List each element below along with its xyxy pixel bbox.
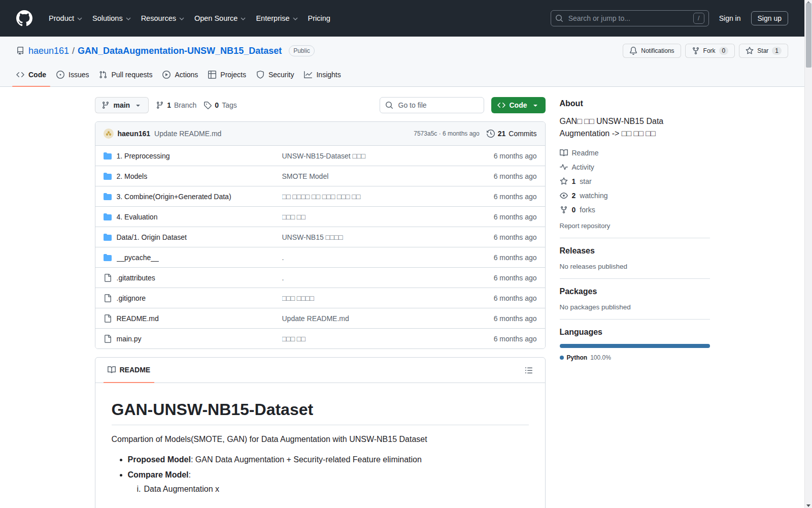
language-python-link[interactable]: Python 100.0% — [560, 354, 710, 361]
scrollbar-thumb[interactable] — [806, 3, 811, 68]
table-row: Data/1. Origin Dataset UNSW-NB15 □□□□ 6 … — [95, 227, 545, 247]
tab-label: Pull requests — [111, 71, 152, 79]
commit-message-link[interactable]: . — [282, 253, 471, 262]
folder-icon — [104, 253, 112, 262]
file-link[interactable]: 2. Models — [117, 172, 148, 180]
menu-item-enterprise[interactable]: Enterprise — [251, 10, 302, 26]
menu-label: Open Source — [194, 14, 238, 22]
tab-issues[interactable]: Issues — [52, 63, 93, 86]
star-button[interactable]: Star 1 — [739, 44, 788, 58]
breadcrumb: haeun161 / GAN_DataAugmentation-UNSW_NB1… — [28, 46, 282, 56]
tab-label: Projects — [220, 71, 246, 79]
file-date: 6 months ago — [471, 172, 537, 180]
menu-item-resources[interactable]: Resources — [136, 10, 189, 26]
branch-count: 1 — [167, 101, 171, 109]
file-link[interactable]: main.py — [117, 335, 142, 343]
repo-name-link[interactable]: GAN_DataAugmentation-UNSW_NB15_Dataset — [78, 46, 282, 56]
commit-author-link[interactable]: haeun161 — [118, 130, 151, 138]
code-download-button[interactable]: Code — [491, 97, 546, 113]
tab-projects[interactable]: Projects — [204, 63, 250, 86]
go-to-file-input[interactable] — [397, 101, 479, 110]
top-navigation: Product Solutions Resources Open Source … — [0, 0, 804, 37]
repo-header: haeun161 / GAN_DataAugmentation-UNSW_NB1… — [0, 37, 804, 87]
tab-code[interactable]: Code — [12, 63, 50, 86]
sub-item-text: Data Augmentation x — [144, 483, 220, 495]
releases-section: Releases No releases published — [560, 238, 710, 278]
bullet-text: : — [189, 470, 191, 479]
sign-up-button[interactable]: Sign up — [751, 11, 788, 25]
commit-message-link[interactable]: UNSW-NB15 □□□□ — [282, 233, 471, 241]
commit-message-link[interactable]: □□ □□□□ □□ □□□ □□□ □□ — [282, 193, 471, 201]
repo-owner-link[interactable]: haeun161 — [28, 46, 69, 56]
book-icon — [108, 366, 116, 374]
commit-message-link[interactable]: □□□ □□ — [282, 335, 471, 343]
search-input[interactable] — [567, 14, 689, 23]
menu-item-pricing[interactable]: Pricing — [303, 10, 335, 26]
forks-link[interactable]: 0 forks — [560, 206, 710, 214]
readme-link[interactable]: Readme — [560, 149, 710, 157]
commit-message-link[interactable]: Update README.md — [282, 314, 471, 323]
sign-in-link[interactable]: Sign in — [714, 11, 746, 25]
commit-sha-time[interactable]: 7573a5c · 6 months ago — [414, 130, 479, 137]
language-bar — [560, 344, 710, 348]
commit-message-link[interactable]: □□□ □□ — [282, 213, 471, 221]
shield-icon — [256, 71, 264, 79]
table-row: __pycache__ . 6 months ago — [95, 247, 545, 267]
commits-word: Commits — [509, 130, 536, 138]
packages-section: Packages No packages published — [560, 278, 710, 319]
search-icon — [555, 14, 563, 22]
file-link[interactable]: 1. Preprocessing — [117, 152, 170, 160]
commit-message-link[interactable]: UNSW-NB15-Dataset □□□ — [282, 152, 471, 160]
file-link[interactable]: README.md — [117, 314, 159, 323]
branch-selector[interactable]: main — [95, 97, 149, 113]
tab-insights[interactable]: Insights — [300, 63, 345, 86]
commit-message-link[interactable]: □□□ □□□□ — [282, 294, 471, 302]
avatar[interactable] — [104, 129, 114, 139]
commit-history-link[interactable]: 21 Commits — [487, 130, 537, 138]
tab-label: Actions — [175, 71, 198, 79]
play-icon — [162, 71, 171, 79]
commit-message-link[interactable]: Update README.md — [154, 130, 221, 138]
notifications-button[interactable]: Notifications — [623, 44, 681, 58]
bullet-strong: Compare Model — [128, 470, 189, 479]
activity-link[interactable]: Activity — [560, 163, 710, 171]
tags-link[interactable]: 0 Tags — [204, 101, 236, 109]
global-search[interactable]: / — [551, 10, 709, 26]
tag-count: 0 — [215, 101, 219, 109]
scrollbar-down-arrow[interactable] — [806, 504, 810, 507]
tab-pull-requests[interactable]: Pull requests — [95, 63, 156, 86]
tab-security[interactable]: Security — [252, 63, 298, 86]
file-date: 6 months ago — [471, 274, 537, 282]
repo-sidebar: About GAN□ □□ UNSW-NB15 Data Augmentatio… — [560, 97, 710, 508]
commit-message-link[interactable]: SMOTE Model — [282, 172, 471, 180]
file-link[interactable]: 3. Combine(Origin+Generated Data) — [117, 193, 231, 201]
menu-item-open-source[interactable]: Open Source — [189, 10, 251, 26]
star-icon — [560, 177, 568, 185]
stars-link[interactable]: 1 star — [560, 177, 710, 185]
file-link[interactable]: __pycache__ — [117, 253, 159, 262]
about-item-label: Readme — [572, 149, 599, 157]
menu-item-product[interactable]: Product — [44, 10, 87, 26]
releases-empty-text: No releases published — [560, 263, 710, 270]
outline-button[interactable] — [521, 362, 537, 378]
commit-message-link[interactable]: . — [282, 274, 471, 282]
folder-icon — [104, 193, 112, 201]
fork-button[interactable]: Fork 0 — [685, 44, 735, 58]
languages-section: Languages Python 100.0% — [560, 319, 710, 369]
file-date: 6 months ago — [471, 193, 537, 201]
menu-item-solutions[interactable]: Solutions — [87, 10, 136, 26]
file-link[interactable]: .gitattributes — [117, 274, 155, 282]
bullet-text: : GAN Data Augmentation + Security-relat… — [191, 455, 422, 464]
tab-actions[interactable]: Actions — [158, 63, 202, 86]
stat-count: 2 — [572, 192, 576, 200]
report-repository-link[interactable]: Report repository — [560, 222, 710, 230]
packages-empty-text: No packages published — [560, 303, 710, 311]
github-logo-icon[interactable] — [16, 10, 32, 26]
file-link[interactable]: 4. Evaluation — [117, 213, 158, 221]
file-link[interactable]: .gitignore — [117, 294, 146, 302]
table-row: main.py □□□ □□ 6 months ago — [95, 328, 545, 348]
tab-readme[interactable]: README — [104, 358, 155, 383]
branches-link[interactable]: 1 Branch — [156, 101, 196, 109]
watchers-link[interactable]: 2 watching — [560, 192, 710, 200]
file-link[interactable]: Data/1. Origin Dataset — [117, 233, 187, 241]
